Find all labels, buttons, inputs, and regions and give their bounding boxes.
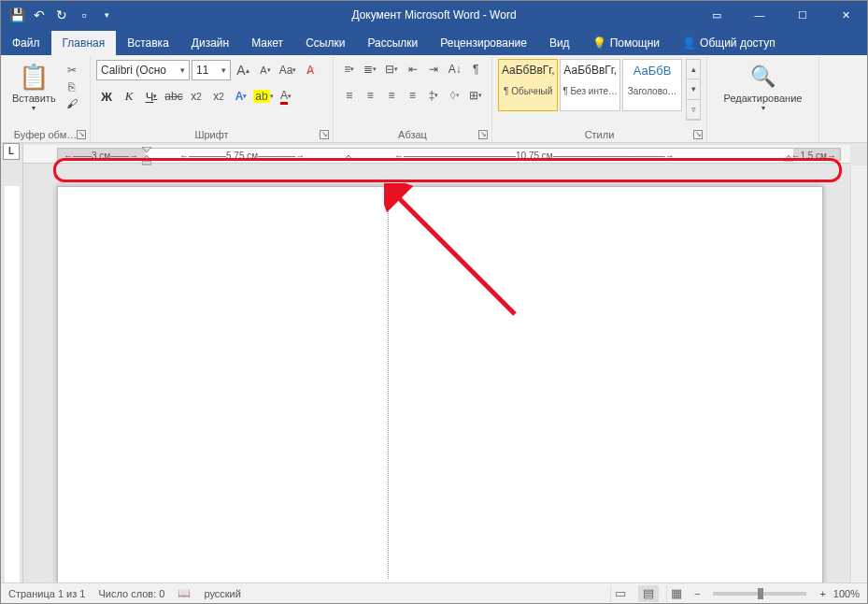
grow-font-button[interactable]: A▴ [233,60,253,80]
numbering-button[interactable]: ≣▾ [361,59,381,79]
zoom-level[interactable]: 100% [833,588,860,599]
svg-marker-3 [142,155,151,161]
new-doc-button[interactable]: ▫ [74,5,94,25]
tab-view[interactable]: Вид [538,31,581,55]
style-name-label: Заголово… [628,86,677,96]
multilevel-list-button[interactable]: ⊟▾ [381,59,402,79]
zoom-out-button[interactable]: − [694,588,700,599]
clear-formatting-button[interactable]: A̷ [300,60,320,80]
window-title: Документ Microsoft Word - Word [351,8,516,22]
title-bar: 💾 ↶ ↻ ▫ ▾ Документ Microsoft Word - Word… [1,1,867,29]
save-button[interactable]: 💾 [7,5,27,25]
maximize-button[interactable]: ☐ [781,1,824,29]
style-no-spacing[interactable]: АаБбВвГг, ¶ Без инте… [560,59,619,111]
style-heading1[interactable]: АаБбВ Заголово… [622,59,682,111]
shading-button[interactable]: ◊▾ [445,85,465,106]
superscript-button[interactable]: x2 [208,86,229,107]
group-styles: АаБбВвГг, ¶ Обычный АаБбВвГг, ¶ Без инте… [492,55,707,142]
font-size-combo[interactable]: 11▾ [192,60,231,80]
ruler-measurement-3: ←———————————— 10,75 см ————————————→ [394,148,675,163]
web-layout-button[interactable]: ▦ [666,585,687,602]
styles-scroll-down[interactable]: ▾ [687,79,700,99]
language-indicator[interactable]: русский [204,588,240,599]
copy-button[interactable]: ⎘ [64,79,80,94]
italic-button[interactable]: К [119,86,139,107]
print-layout-button[interactable]: ▤ [638,585,659,602]
vertical-scrollbar[interactable] [850,165,867,582]
ribbon: 📋 Вставить ▾ ✂ ⎘ 🖌 Буфер обм… ↘ Calibri … [1,55,867,143]
spellcheck-button[interactable]: 📖 [178,587,191,599]
paragraph-dialog-launcher[interactable]: ↘ [478,130,488,139]
shrink-font-button[interactable]: A▾ [255,60,276,80]
document-area[interactable] [23,165,850,582]
tab-file[interactable]: Файл [1,31,51,55]
workspace: L ←—— 3 см ——→ ←———— 5,75 см ————→ ←————… [1,143,867,582]
quick-access-toolbar: 💾 ↶ ↻ ▫ ▾ [1,5,122,25]
font-name-combo[interactable]: Calibri (Осно▾ [96,60,190,80]
undo-button[interactable]: ↶ [29,5,50,25]
align-right-button[interactable]: ≡ [381,85,402,106]
vertical-ruler[interactable]: L [1,143,23,582]
paste-button[interactable]: 📋 Вставить ▾ [7,59,62,126]
paste-label: Вставить [12,93,56,104]
share-button[interactable]: 👤Общий доступ [671,31,787,55]
tab-review[interactable]: Рецензирование [429,31,538,55]
page-indicator[interactable]: Страница 1 из 1 [8,588,85,599]
ruler-measurement-1: ←—— 3 см ——→ [64,148,138,163]
styles-scroll-up[interactable]: ▴ [687,60,700,79]
sort-button[interactable]: A↓ [445,59,465,79]
zoom-slider[interactable] [713,592,806,596]
font-color-button[interactable]: A▾ [276,86,296,107]
strikethrough-button[interactable]: abc [164,86,184,107]
tab-mailings[interactable]: Рассылки [356,31,429,55]
align-left-button[interactable]: ≡ [339,85,360,106]
redo-button[interactable]: ↻ [51,5,72,25]
decrease-indent-button[interactable]: ⇤ [403,59,423,79]
style-name-label: ¶ Обычный [504,86,552,96]
style-normal[interactable]: АаБбВвГг, ¶ Обычный [498,59,558,111]
tell-me-label: Помощни [610,36,660,50]
ribbon-options-button[interactable]: ▭ [695,1,738,29]
styles-expand[interactable]: ▿ [687,100,700,120]
justify-button[interactable]: ≡ [403,85,423,106]
borders-button[interactable]: ⊞▾ [465,85,486,106]
tab-home[interactable]: Главная [51,31,117,55]
close-button[interactable]: ✕ [824,1,867,29]
cut-button[interactable]: ✂ [64,63,80,78]
clipboard-dialog-launcher[interactable]: ↘ [77,130,86,139]
increase-indent-button[interactable]: ⇥ [423,59,444,79]
tab-selector[interactable]: L [3,143,20,160]
read-mode-button[interactable]: ▭ [610,585,631,602]
change-case-button[interactable]: Aa▾ [277,60,298,80]
subscript-button[interactable]: x2 [186,86,206,107]
bullets-button[interactable]: ≡▾ [339,59,360,79]
tab-design[interactable]: Дизайн [180,31,240,55]
highlight-button[interactable]: ab▾ [253,86,274,107]
minimize-button[interactable]: — [738,1,781,29]
tab-layout[interactable]: Макет [240,31,294,55]
styles-dialog-launcher[interactable]: ↘ [693,130,703,139]
tab-references[interactable]: Ссылки [294,31,356,55]
ruler-measurement-2: ←———— 5,75 см ————→ [179,148,305,163]
underline-button[interactable]: Ч▾ [141,86,162,107]
group-clipboard: 📋 Вставить ▾ ✂ ⎘ 🖌 Буфер обм… ↘ [1,55,91,142]
editing-menu-button[interactable]: 🔍 Редактирование ▾ [713,59,813,126]
horizontal-ruler[interactable]: ←—— 3 см ——→ ←———— 5,75 см ————→ ←——————… [23,143,850,165]
show-marks-button[interactable]: ¶ [465,59,486,79]
zoom-in-button[interactable]: + [819,588,825,599]
style-preview: АаБбВвГг, [563,64,617,86]
font-dialog-launcher[interactable]: ↘ [320,130,329,139]
text-effects-button[interactable]: A▾ [231,86,251,107]
format-painter-button[interactable]: 🖌 [64,96,80,111]
align-center-button[interactable]: ≡ [361,85,381,106]
zoom-slider-thumb[interactable] [758,588,763,599]
svg-rect-4 [142,161,151,165]
line-spacing-button[interactable]: ‡▾ [423,85,444,106]
tab-tell-me[interactable]: 💡Помощни [581,31,671,55]
style-name-label: ¶ Без инте… [562,86,618,96]
bold-button[interactable]: Ж [96,86,117,107]
document-page[interactable] [57,186,823,582]
tab-insert[interactable]: Вставка [116,31,180,55]
word-count[interactable]: Число слов: 0 [98,588,164,599]
qat-customize-button[interactable]: ▾ [96,5,117,25]
